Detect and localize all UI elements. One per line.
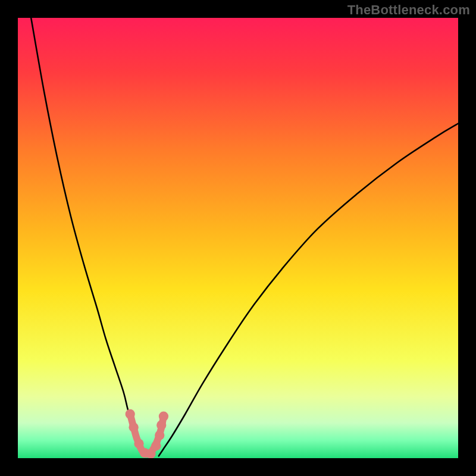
plot-area [18,18,458,458]
highlight-dot [155,430,164,440]
highlight-dot [126,409,135,419]
chart-frame: TheBottleneck.com [0,0,476,476]
highlight-dot [134,439,143,448]
series-curve-left [31,18,143,456]
highlight-dot [146,449,155,458]
highlight-dot [151,441,161,450]
chart-lines [18,18,458,458]
highlight-dot [129,422,138,432]
highlight-dot [156,420,166,430]
series-curve-right [159,124,458,456]
highlight-dot [159,412,168,421]
watermark-text: TheBottleneck.com [347,2,470,18]
